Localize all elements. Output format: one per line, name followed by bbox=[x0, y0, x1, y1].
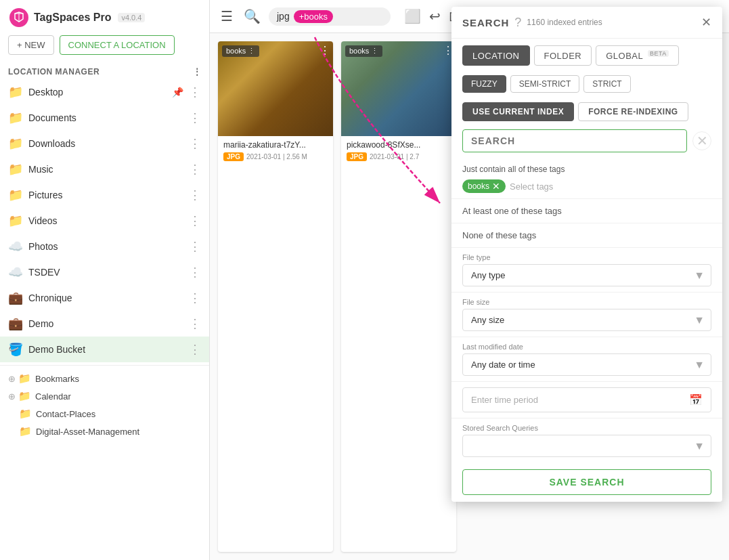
calendar-icon[interactable]: 📅 bbox=[689, 393, 703, 406]
none-row[interactable]: None of these tags bbox=[451, 223, 722, 247]
books-tag-chip[interactable]: books ✕ bbox=[462, 179, 506, 193]
select-all-button[interactable]: ⬜ bbox=[401, 5, 424, 27]
sidebar-item-demo-bucket[interactable]: 🪣 Demo Bucket ⋮ bbox=[0, 337, 209, 362]
expand-icon[interactable]: ⊕ bbox=[8, 374, 16, 384]
use-current-index-button[interactable]: USE CURRENT INDEX bbox=[462, 102, 574, 121]
pin-icon: 📌 bbox=[172, 87, 183, 98]
sidebar-item-label: Chronique bbox=[28, 293, 183, 303]
search-text: jpg bbox=[277, 11, 290, 22]
tab-location[interactable]: LOCATION bbox=[462, 45, 530, 66]
more-icon[interactable]: ⋮ bbox=[189, 85, 201, 100]
folder-icon: 📁 bbox=[8, 162, 23, 177]
more-icon[interactable]: ⋮ bbox=[189, 162, 201, 177]
more-icon[interactable]: ⋮ bbox=[189, 316, 201, 331]
sidebar-item-demo[interactable]: 💼 Demo ⋮ bbox=[0, 311, 209, 337]
card-date-1: 2021-03-01 | 2.56 M bbox=[246, 153, 307, 160]
folder-icon: 📁 bbox=[19, 408, 32, 420]
tag-chip-label: books bbox=[468, 181, 489, 191]
tab-global[interactable]: GLOBAL BETA bbox=[596, 45, 679, 66]
section-title-label: LOCATION MANAGER bbox=[8, 67, 100, 77]
sidebar-item-label: Downloads bbox=[28, 138, 183, 149]
at-least-row[interactable]: At least one of these tags bbox=[451, 198, 722, 223]
last-modified-select[interactable]: Any date or time Today This week This mo… bbox=[462, 353, 711, 376]
more-icon[interactable]: ⋮ bbox=[189, 239, 201, 254]
file-card-1[interactable]: books ⋮ ⋮ mariia-zakatiura-t7zY... JPG 2… bbox=[218, 41, 333, 552]
sidebar: TagSpaces Pro v4.0.4 + NEW CONNECT A LOC… bbox=[0, 0, 210, 560]
bookmarks-row[interactable]: ⊕ 📁 Bookmarks bbox=[0, 368, 209, 386]
sidebar-item-downloads[interactable]: 📁 Downloads ⋮ bbox=[0, 131, 209, 156]
clear-icon: ✕ bbox=[697, 133, 708, 149]
expand-icon[interactable]: ⊕ bbox=[8, 391, 16, 402]
tab-folder[interactable]: FOLDER bbox=[534, 45, 592, 66]
force-reindexing-button[interactable]: FORCE RE-INDEXING bbox=[578, 102, 688, 121]
app-name: TagSpaces Pro bbox=[34, 12, 111, 24]
save-search-button[interactable]: SAVE SEARCH bbox=[462, 469, 711, 495]
file-card-2[interactable]: books ⋮ ⋮ pickawood-8SfXse... JPG 2021-0… bbox=[341, 41, 456, 552]
sidebar-item-tsdev[interactable]: ☁️ TSDEV ⋮ bbox=[0, 259, 209, 285]
file-size-select[interactable]: Any size < 1 MB 1-10 MB > 10 MB bbox=[462, 309, 711, 331]
more-icon[interactable]: ⋮ bbox=[189, 110, 201, 125]
search-tag-chip: +books bbox=[294, 10, 333, 23]
sidebar-item-photos[interactable]: ☁️ Photos ⋮ bbox=[0, 234, 209, 259]
back-button[interactable]: ↩ bbox=[426, 5, 443, 27]
strict-button[interactable]: STRICT bbox=[583, 75, 630, 93]
last-modified-row: Last modified date Any date or time Toda… bbox=[451, 337, 722, 381]
more-icon[interactable]: ⋮ bbox=[189, 213, 201, 228]
menu-button[interactable]: ☰ bbox=[218, 5, 236, 27]
file-type-wrapper: Any type Images Documents Audio Video ▼ bbox=[462, 264, 711, 286]
type-badge-2: JPG bbox=[347, 152, 367, 161]
more-icon[interactable]: ⋮ bbox=[189, 265, 201, 280]
more-icon[interactable]: ⋮ bbox=[189, 188, 201, 202]
section-more-icon[interactable]: ⋮ bbox=[193, 67, 202, 77]
briefcase-icon: 💼 bbox=[8, 316, 23, 331]
card-menu-icon-1[interactable]: ⋮ bbox=[319, 44, 330, 57]
panel-close-button[interactable]: ✕ bbox=[701, 15, 711, 30]
tab-global-label: GLOBAL bbox=[606, 51, 643, 61]
sidebar-item-label: Music bbox=[28, 164, 183, 175]
file-size-label: File size bbox=[462, 298, 711, 306]
folder-icon: 📁 bbox=[8, 110, 23, 125]
sidebar-item-music[interactable]: 📁 Music ⋮ bbox=[0, 156, 209, 182]
file-type-row: File type Any type Images Documents Audi… bbox=[451, 247, 722, 292]
more-icon[interactable]: ⋮ bbox=[189, 136, 201, 151]
sidebar-actions: + NEW CONNECT A LOCATION bbox=[0, 35, 209, 62]
file-type-select[interactable]: Any type Images Documents Audio Video bbox=[462, 264, 711, 286]
sidebar-item-desktop[interactable]: 📁 Desktop 📌 ⋮ bbox=[0, 79, 209, 105]
panel-header: SEARCH ? 1160 indexed entries ✕ bbox=[451, 7, 722, 39]
more-icon[interactable]: ⋮ bbox=[189, 342, 201, 357]
sidebar-header: TagSpaces Pro v4.0.4 bbox=[0, 0, 209, 35]
fuzzy-button[interactable]: FUZZY bbox=[462, 75, 506, 93]
sidebar-item-chronique[interactable]: 💼 Chronique ⋮ bbox=[0, 285, 209, 311]
sidebar-item-pictures[interactable]: 📁 Pictures ⋮ bbox=[0, 182, 209, 208]
search-clear-button[interactable]: ✕ bbox=[692, 131, 711, 150]
must-contain-tags-row: books ✕ Select tags bbox=[451, 177, 722, 198]
stored-queries-select[interactable] bbox=[462, 435, 711, 457]
calendar-row[interactable]: ⊕ 📁 Calendar bbox=[0, 386, 209, 404]
select-tags-placeholder[interactable]: Select tags bbox=[510, 181, 553, 192]
help-icon[interactable]: ? bbox=[514, 16, 521, 30]
file-type-label: File type bbox=[462, 253, 711, 261]
sidebar-item-videos[interactable]: 📁 Videos ⋮ bbox=[0, 208, 209, 234]
must-contain-label: Just contain all of these tags bbox=[451, 160, 722, 177]
location-manager-section: LOCATION MANAGER ⋮ bbox=[0, 62, 209, 79]
search-input[interactable] bbox=[462, 129, 687, 152]
connect-location-button[interactable]: CONNECT A LOCATION bbox=[60, 35, 175, 55]
none-label: None of these tags bbox=[462, 230, 536, 240]
sidebar-item-documents[interactable]: 📁 Documents ⋮ bbox=[0, 105, 209, 131]
sub-item-label: Digital-Asset-Management bbox=[36, 427, 139, 437]
new-button[interactable]: + NEW bbox=[8, 35, 54, 55]
cloud-icon: ☁️ bbox=[8, 239, 23, 254]
folder-icon: 📁 bbox=[8, 213, 23, 228]
semi-strict-button[interactable]: SEMI-STRICT bbox=[510, 75, 580, 93]
folder-icon: 📁 bbox=[8, 188, 23, 202]
cloud-icon: ☁️ bbox=[8, 265, 23, 280]
tag-chip-remove[interactable]: ✕ bbox=[492, 181, 500, 191]
more-icon[interactable]: ⋮ bbox=[189, 290, 201, 305]
card-tag-1: books ⋮ bbox=[222, 45, 259, 57]
menu-icon: ☰ bbox=[221, 8, 233, 24]
search-button[interactable]: 🔍 bbox=[241, 5, 263, 27]
briefcase-icon: 💼 bbox=[8, 290, 23, 305]
contact-places-row[interactable]: 📁 Contact-Places bbox=[0, 404, 209, 421]
search-bar[interactable]: jpg +books bbox=[269, 7, 391, 26]
digital-asset-row[interactable]: 📁 Digital-Asset-Management bbox=[0, 421, 209, 439]
